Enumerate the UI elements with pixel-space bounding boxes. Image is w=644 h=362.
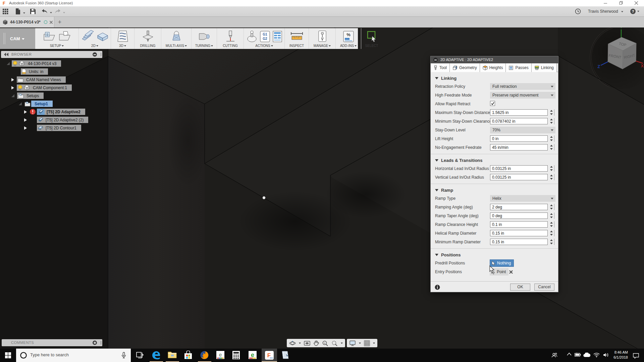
file-menu-button[interactable] — [15, 8, 25, 16]
ribbon-group-label[interactable]: SETUP — [50, 44, 61, 48]
ribbon-group-label[interactable]: SELECT — [365, 44, 378, 48]
start-button[interactable] — [5, 352, 11, 358]
onedrive-tray-icon[interactable] — [583, 353, 590, 357]
spinner-control[interactable] — [549, 135, 554, 142]
ribbon-group-label[interactable]: INSPECT — [289, 44, 304, 48]
ramp-type-dropdown[interactable]: Helix — [490, 195, 555, 202]
browser-visibility-toggle[interactable] — [93, 52, 97, 57]
section-header-positions[interactable]: Positions — [431, 251, 558, 259]
tab-geometry[interactable]: Geometry — [450, 63, 480, 72]
ribbon-group-label[interactable]: 2D — [91, 44, 96, 48]
max-stay-down-input[interactable]: 1.5625 in — [490, 109, 548, 116]
measure-icon[interactable] — [290, 31, 304, 42]
spinner-control[interactable] — [549, 230, 554, 236]
orbit-menu-arrow-icon[interactable] — [299, 343, 301, 344]
spinner-control[interactable] — [549, 221, 554, 228]
setup-sheet-icon[interactable] — [272, 31, 282, 43]
document-tab[interactable]: 44-130-P014 v3* — [0, 17, 54, 27]
display-menu-arrow-icon[interactable] — [359, 343, 361, 344]
wifi-tray-icon[interactable] — [593, 353, 600, 357]
post-process-icon[interactable]: G1G2 — [260, 31, 270, 43]
workspace-selector[interactable]: CAM — [0, 28, 35, 49]
ribbon-group-label[interactable]: 3D — [119, 44, 123, 48]
tree-item-root[interactable]: 44-130-P014 v3 — [7, 60, 61, 67]
save-button[interactable] — [30, 9, 36, 15]
close-tab-icon[interactable] — [49, 20, 53, 24]
drilling-icon[interactable] — [142, 30, 154, 43]
undo-button[interactable] — [41, 9, 52, 15]
tree-item-cam-component[interactable]: CAM Component:1 — [11, 84, 72, 91]
turning-icon[interactable] — [198, 30, 211, 43]
helical-diameter-input[interactable]: 0.15 in — [490, 230, 548, 236]
user-menu[interactable]: Travis Sherwood — [588, 9, 623, 14]
ribbon-group-label[interactable]: CUTTING — [223, 44, 237, 48]
tree-item-adaptive2-2[interactable]: [T5] 2D Adaptive2 (2) — [24, 117, 88, 123]
spinner-control[interactable] — [549, 109, 554, 116]
new-setup-icon[interactable] — [43, 30, 56, 43]
spinner-control[interactable] — [549, 204, 554, 210]
visibility-bulb-icon[interactable] — [17, 85, 23, 90]
high-feedrate-dropdown[interactable]: Preserve rapid movement — [490, 92, 555, 99]
people-tray-icon[interactable] — [551, 353, 557, 358]
allow-rapid-retract-checkbox[interactable] — [490, 101, 495, 106]
tree-item-setup1[interactable]: Setup1 — [19, 101, 53, 107]
battery-tray-icon[interactable] — [575, 353, 581, 357]
min-stay-down-input[interactable]: 0.0787402 in — [490, 118, 548, 124]
no-engagement-input[interactable]: 45 in/min — [490, 144, 548, 150]
spinner-control[interactable] — [549, 118, 554, 124]
tab-heights[interactable]: Heights — [480, 63, 506, 72]
look-at-icon[interactable] — [304, 341, 310, 346]
clear-selection-icon[interactable] — [509, 270, 513, 274]
section-header-linking[interactable]: Linking — [431, 74, 558, 82]
store-taskbar-icon[interactable] — [184, 351, 193, 360]
tree-item-setups[interactable]: Setups — [11, 93, 44, 99]
dialog-header[interactable]: 2D ADAPTIVE : 2D ADAPTIVE2 — [431, 56, 558, 63]
calculator-taskbar-icon[interactable] — [232, 351, 241, 360]
tab-tool[interactable]: Tool — [431, 63, 450, 72]
select-icon[interactable] — [366, 30, 378, 43]
ramp-taper-input[interactable]: 0 deg — [490, 213, 548, 219]
ribbon-group-label[interactable]: MULTI-AXIS — [166, 44, 184, 48]
ribbon-group-label[interactable]: ADD-INS — [340, 44, 354, 48]
ribbon-group-label[interactable]: ACTIONS — [255, 44, 270, 48]
app-e1-taskbar-icon[interactable]: e — [216, 351, 225, 360]
dialog-collapse-icon[interactable] — [433, 58, 438, 62]
expand-collapse-icon[interactable] — [24, 110, 27, 114]
tool-library-icon[interactable] — [317, 30, 327, 43]
tree-item-named-views[interactable]: CAM Named Views — [11, 76, 66, 83]
fusion-taskbar-active-slot[interactable]: F 360 — [262, 349, 277, 362]
spinner-control[interactable] — [549, 165, 554, 172]
section-header-ramp[interactable]: Ramp — [431, 186, 558, 194]
info-icon[interactable] — [435, 285, 440, 290]
help-button[interactable]: ? — [630, 8, 636, 16]
horizontal-lead-input[interactable]: 0.03125 in — [490, 165, 548, 172]
orbit-icon[interactable] — [289, 340, 296, 346]
tab-passes[interactable]: Passes — [506, 63, 531, 72]
ok-button[interactable]: OK — [510, 284, 530, 291]
minimum-diameter-input[interactable]: 0.15 in — [490, 239, 548, 245]
zoom-window-icon[interactable] — [331, 340, 338, 346]
2d-adaptive-icon[interactable] — [81, 30, 94, 43]
ribbon-group-label[interactable]: TURNING — [195, 44, 211, 48]
vertical-lead-input[interactable]: 0.03125 in — [490, 174, 548, 180]
add-comment-button[interactable] — [93, 341, 97, 345]
comments-scrollbar[interactable] — [101, 341, 101, 345]
pan-icon[interactable] — [313, 340, 319, 346]
comments-bar[interactable]: COMMENTS — [2, 339, 102, 346]
grid-menu-arrow-icon[interactable] — [373, 343, 375, 344]
tree-item-units[interactable]: Units: in — [21, 68, 48, 75]
selected-point-marker[interactable] — [263, 196, 265, 199]
task-view-button[interactable] — [136, 351, 145, 360]
spinner-control[interactable] — [549, 213, 554, 219]
restore-button[interactable] — [619, 1, 623, 5]
tray-expand-icon[interactable] — [567, 353, 572, 356]
new-tab-button[interactable]: + — [56, 18, 64, 26]
grid-icon[interactable] — [364, 340, 370, 346]
zoom-icon[interactable]: ± — [322, 340, 328, 346]
3d-pocket-icon[interactable] — [117, 30, 128, 43]
minimize-button[interactable] — [603, 1, 608, 5]
browser-scrollbar[interactable] — [101, 53, 101, 56]
retraction-policy-dropdown[interactable]: Full retraction — [490, 83, 555, 90]
microphone-icon[interactable] — [121, 352, 126, 359]
close-button[interactable] — [634, 1, 639, 5]
